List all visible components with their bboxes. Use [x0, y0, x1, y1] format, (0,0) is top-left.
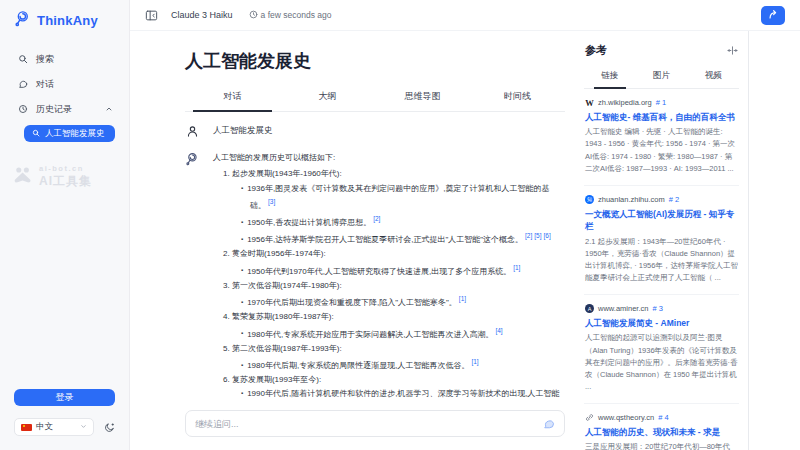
answer-intro: 人工智能的发展历史可以概括如下: [213, 151, 565, 165]
answer-bullet-text: 1950年,香农提出计算机博弈思想。 [247, 218, 371, 227]
reference-title-link[interactable]: 人工智能发展简史 - AMiner [585, 317, 738, 329]
watermark: ai-bot.cn AI工具集 [0, 164, 129, 190]
app-logo[interactable]: ThinkAny [0, 0, 129, 47]
reference-item[interactable]: 知zhuanlan.zhihu.com# 2一文概览人工智能(AI)发展历程 -… [584, 186, 739, 295]
reference-rank: # 3 [652, 304, 662, 313]
dark-mode-toggle[interactable] [104, 422, 115, 433]
reference-item[interactable]: www.qstheory.cn# 4人工智能的历史、现状和未来 - 求是三是应用… [584, 404, 739, 450]
tab-links[interactable]: 链接 [584, 67, 636, 88]
citation-link[interactable]: [5] [534, 232, 541, 239]
view-tabs: 对话 大纲 思维导图 时间线 [185, 85, 565, 112]
reference-title-link[interactable]: 人工智能史- 维基百科，自由的百科全书 [585, 111, 738, 123]
answer-section-heading: 2. 黄金时期(1956年-1974年): [223, 247, 565, 261]
sidebar-item-label: 对话 [36, 78, 54, 91]
reference-title-link[interactable]: 一文概览人工智能(AI)发展历程 - 知乎专栏 [585, 208, 738, 233]
references-tabs: 链接 图片 视频 [584, 67, 739, 89]
ai-message: 人工智能的发展历史可以概括如下: 1. 起步发展期(1943年-1960年代):… [185, 151, 565, 400]
reference-domain: www.aminer.cn [598, 304, 648, 313]
reference-title-link[interactable]: 人工智能的历史、现状和未来 - 求是 [585, 426, 738, 438]
ai-message-body: 人工智能的发展历史可以概括如下: 1. 起步发展期(1943年-1960年代):… [213, 151, 565, 400]
citation-link[interactable]: [4] [495, 327, 502, 334]
bullet-marker-icon: ▪ [241, 185, 243, 191]
reference-item[interactable]: Awww.aminer.cn# 3人工智能发展简史 - AMiner人工智能的起… [584, 295, 739, 404]
logo-text: ThinkAny [37, 13, 98, 28]
tab-outline[interactable]: 大纲 [280, 85, 375, 111]
watermark-line2: AI工具集 [39, 173, 92, 190]
user-message-text: 人工智能发展史 [213, 125, 273, 137]
answer-bullet: ▪1950年,香农提出计算机博弈思想。[2] [241, 213, 565, 230]
share-button[interactable] [761, 6, 785, 25]
sidebar-item-label: 历史记录 [36, 103, 72, 116]
citation-link[interactable]: [2] [373, 215, 380, 222]
citation-link[interactable]: [3] [268, 198, 275, 205]
answer-section-heading: 4. 繁荣复苏期(1980年-1987年): [223, 310, 565, 324]
reference-domain: www.qstheory.cn [598, 413, 654, 422]
tab-images[interactable]: 图片 [636, 67, 688, 88]
chevron-up-icon[interactable] [105, 105, 113, 115]
citation-link[interactable]: [6] [544, 232, 551, 239]
chat-panel: 人工智能发展史 对话 大纲 思维导图 时间线 人工智能发展史 [130, 31, 575, 450]
language-select[interactable]: 中文 [14, 418, 94, 436]
search-icon [18, 54, 28, 66]
share-arrow-icon [768, 8, 779, 23]
zhihu-favicon-icon: 知 [585, 195, 594, 204]
followup-input[interactable] [195, 419, 543, 429]
bullet-marker-icon: ▪ [241, 330, 243, 336]
reference-snippet: 人工智能史 编辑 · 先驱 · 人工智能的诞生: 1943 - 1956 · 黄… [585, 126, 738, 175]
reference-snippet: 人工智能的起源可以追溯到以及阿兰·图灵（Alan Turing）1936年发表的… [585, 332, 738, 393]
tab-mindmap[interactable]: 思维导图 [375, 85, 470, 111]
top-bar: Claude 3 Haiku a few seconds ago [130, 0, 800, 31]
reference-source-row: 知zhuanlan.zhihu.com# 2 [585, 195, 738, 204]
reference-source-row: Awww.aminer.cn# 3 [585, 304, 738, 313]
bullet-marker-icon: ▪ [241, 390, 243, 396]
model-name: Claude 3 Haiku [171, 10, 233, 20]
reference-domain: zh.wikipedia.org [598, 98, 652, 107]
answer-bullet: ▪1970年代后期出现资金和重视度下降,陷入"人工智能寒冬"。[1] [241, 293, 565, 310]
tab-timeline[interactable]: 时间线 [470, 85, 565, 111]
sidebar-item-label: 搜索 [36, 53, 54, 66]
answer-section-heading: 6. 复苏发展期(1993年至今): [223, 373, 565, 387]
bullet-marker-icon: ▪ [241, 236, 243, 242]
watermark-line1: ai-bot.cn [39, 164, 92, 173]
reference-list: Wzh.wikipedia.org# 1人工智能史- 维基百科，自由的百科全书人… [584, 89, 739, 450]
main-column: Claude 3 Haiku a few seconds ago [130, 0, 800, 450]
sidebar-collapse-icon[interactable] [145, 9, 158, 22]
reference-snippet: 三是应用发展期：20世纪70年代初—80年代中。 [585, 441, 738, 450]
answer-bullet-text: 1936年,图灵发表《可计算数及其在判定问题中的应用》,奠定了计算机和人工智能的… [247, 184, 549, 210]
reference-snippet: 2.1 起步发展期：1943年—20世纪60年代 · 1950年，克劳德·香农（… [585, 236, 738, 285]
timestamp: a few seconds ago [249, 10, 332, 21]
bullet-marker-icon: ▪ [241, 362, 243, 368]
citation-link[interactable]: [1] [471, 358, 478, 365]
citation-link[interactable]: [2] [525, 232, 532, 239]
ai-avatar-icon [185, 151, 200, 400]
china-flag-icon [21, 424, 32, 431]
clock-icon [249, 10, 258, 21]
wikipedia-favicon-icon: W [585, 98, 594, 107]
send-icon[interactable] [543, 418, 555, 430]
followup-input-box [185, 410, 565, 437]
history-icon [18, 104, 28, 116]
citation-link[interactable]: [1] [459, 295, 466, 302]
search-icon [32, 129, 40, 139]
panel-resize-icon[interactable] [727, 45, 738, 56]
tab-videos[interactable]: 视频 [687, 67, 739, 88]
reference-item[interactable]: Wzh.wikipedia.org# 1人工智能史- 维基百科，自由的百科全书人… [584, 89, 739, 186]
citation-link[interactable]: [1] [513, 264, 520, 271]
reference-source-row: www.qstheory.cn# 4 [585, 413, 738, 422]
answer-bullet: ▪1936年,图灵发表《可计算数及其在判定问题中的应用》,奠定了计算机和人工智能… [241, 182, 565, 213]
sidebar-item-history[interactable]: 历史记录 [0, 97, 129, 122]
page-title: 人工智能发展史 [185, 49, 565, 73]
sidebar-item-search[interactable]: 搜索 [0, 47, 129, 72]
reference-rank: # 4 [658, 413, 668, 422]
reference-domain: zhuanlan.zhihu.com [598, 195, 665, 204]
timestamp-text: a few seconds ago [261, 10, 332, 20]
answer-bullet-text: 1956年,达特茅斯学院召开人工智能夏季研讨会,正式提出"人工智能"这个概念。 [247, 235, 523, 244]
reference-source-row: Wzh.wikipedia.org# 1 [585, 98, 738, 107]
answer-bullet-text: 1980年代后期,专家系统的局限性逐渐显现,人工智能再次低谷。 [247, 361, 469, 370]
references-title: 参考 [585, 43, 607, 58]
sidebar-history-item-active[interactable]: 人工智能发展史 [24, 125, 115, 142]
answer-bullet: ▪1980年代,专家系统开始应用于实际问题解决,人工智能再次进入高潮。[4] [241, 325, 565, 342]
sidebar-item-chat[interactable]: 对话 [0, 72, 129, 97]
tab-conversation[interactable]: 对话 [185, 85, 280, 111]
login-button[interactable]: 登录 [14, 389, 115, 406]
